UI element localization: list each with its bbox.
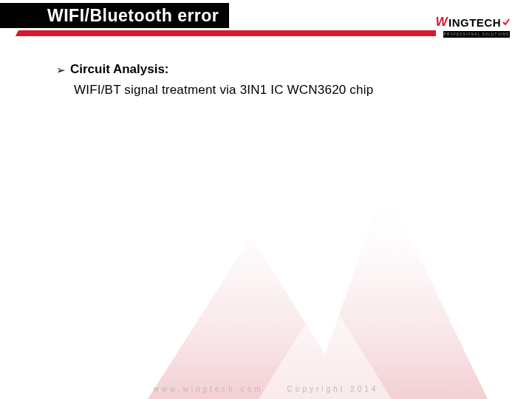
title-block: WIFI/Bluetooth error <box>34 3 436 28</box>
brand-rest: INGTECH <box>449 16 501 29</box>
bullet-arrow-icon: ➢ <box>56 64 66 75</box>
brand-wordmark: WINGTECH <box>435 15 510 30</box>
header-red-stripe <box>24 30 436 36</box>
brand-tagline: PROFESSIONAL SOLUTIONS <box>443 31 510 38</box>
footer: www.wingtech.com Copyright 2014 <box>0 385 532 393</box>
footer-url: www.wingtech.com <box>154 385 264 393</box>
section-heading: ➢ Circuit Analysis: <box>56 62 488 77</box>
content-area: ➢ Circuit Analysis: WIFI/BT signal treat… <box>56 62 488 98</box>
brand-check-icon <box>502 18 510 26</box>
background-watermark <box>0 177 532 399</box>
body-text: WIFI/BT signal treatment via 3IN1 IC WCN… <box>74 83 488 98</box>
section-label: Circuit Analysis: <box>70 62 169 77</box>
slide-title: WIFI/Bluetooth error <box>34 3 229 28</box>
slide: WIFI/Bluetooth error WINGTECH PROFESSION… <box>0 0 532 399</box>
brand-prefix: W <box>435 15 448 30</box>
footer-copyright: Copyright 2014 <box>287 385 379 393</box>
brand-logo: WINGTECH PROFESSIONAL SOLUTIONS <box>435 15 510 38</box>
